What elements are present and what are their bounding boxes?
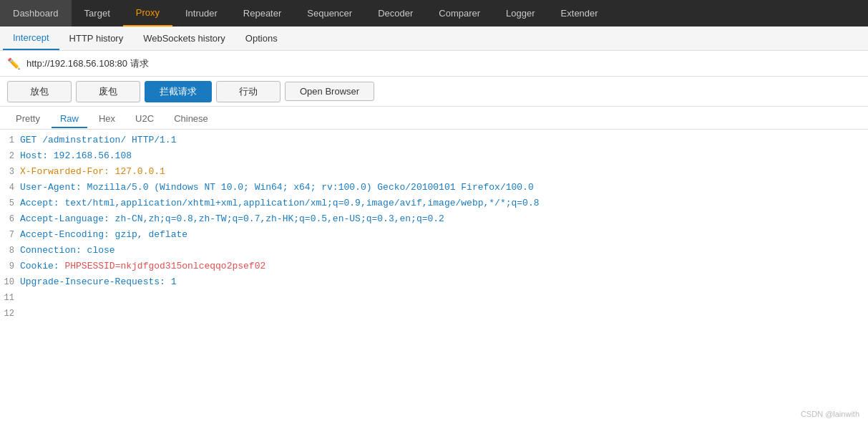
sub-navigation: Intercept HTTP history WebSockets histor… bbox=[0, 26, 868, 51]
table-row: 6Accept-Language: zh-CN,zh;q=0.8,zh-TW;q… bbox=[0, 211, 868, 227]
line-content: GET /adminstration/ HTTP/1.1 bbox=[20, 132, 868, 148]
table-row: 7Accept-Encoding: gzip, deflate bbox=[0, 227, 868, 243]
line-number: 9 bbox=[0, 259, 20, 274]
watermark: CSDN @lainwith bbox=[801, 410, 859, 418]
tab-u2c[interactable]: U2C bbox=[127, 110, 162, 128]
action-button[interactable]: 行动 bbox=[216, 81, 281, 102]
nav-intruder[interactable]: Intruder bbox=[172, 0, 230, 26]
line-number: 4 bbox=[0, 180, 20, 196]
line-number: 8 bbox=[0, 243, 20, 259]
line-number: 10 bbox=[0, 274, 20, 290]
line-content: Accept: text/html,application/xhtml+xml,… bbox=[20, 196, 868, 211]
line-content: Accept-Encoding: gzip, deflate bbox=[20, 227, 868, 243]
subnav-options[interactable]: Options bbox=[235, 26, 288, 50]
table-row: 12 bbox=[0, 306, 868, 322]
line-content: Upgrade-Insecure-Requests: 1 bbox=[20, 274, 868, 290]
line-content: User-Agent: Mozilla/5.0 (Windows NT 10.0… bbox=[20, 180, 868, 196]
open-browser-button[interactable]: Open Browser bbox=[285, 82, 374, 101]
line-number: 1 bbox=[0, 132, 20, 148]
table-row: 2Host: 192.168.56.108 bbox=[0, 148, 868, 164]
table-row: 11 bbox=[0, 290, 868, 306]
code-area: 1GET /adminstration/ HTTP/1.12Host: 192.… bbox=[0, 130, 868, 410]
tab-chinese[interactable]: Chinese bbox=[165, 110, 217, 128]
line-number: 11 bbox=[0, 290, 20, 306]
nav-logger[interactable]: Logger bbox=[493, 0, 547, 26]
line-number: 6 bbox=[0, 211, 20, 227]
table-row: 9Cookie: PHPSESSID=nkjdfgod315onlceqqo2p… bbox=[0, 259, 868, 274]
nav-extender[interactable]: Extender bbox=[548, 0, 611, 26]
forward-button[interactable]: 放包 bbox=[7, 81, 72, 102]
table-row: 3X-Forwarded-For: 127.0.0.1 bbox=[0, 164, 868, 180]
subnav-http-history[interactable]: HTTP history bbox=[59, 26, 134, 50]
line-content: Host: 192.168.56.108 bbox=[20, 148, 868, 164]
link-icon: ✏️ bbox=[7, 57, 21, 70]
nav-repeater[interactable]: Repeater bbox=[230, 0, 294, 26]
line-number: 3 bbox=[0, 164, 20, 180]
tab-hex[interactable]: Hex bbox=[90, 110, 124, 128]
line-content: Accept-Language: zh-CN,zh;q=0.8,zh-TW;q=… bbox=[20, 211, 868, 227]
table-row: 4User-Agent: Mozilla/5.0 (Windows NT 10.… bbox=[0, 180, 868, 196]
drop-button[interactable]: 废包 bbox=[76, 81, 140, 102]
url-bar: ✏️ http://192.168.56.108:80 请求 bbox=[0, 51, 868, 77]
nav-comparer[interactable]: Comparer bbox=[426, 0, 493, 26]
line-content: Connection: close bbox=[20, 243, 868, 259]
line-number: 7 bbox=[0, 227, 20, 243]
line-number: 5 bbox=[0, 196, 20, 211]
line-number: 12 bbox=[0, 306, 20, 322]
top-navigation: Dashboard Target Proxy Intruder Repeater… bbox=[0, 0, 868, 26]
nav-decoder[interactable]: Decoder bbox=[365, 0, 426, 26]
line-content: X-Forwarded-For: 127.0.0.1 bbox=[20, 164, 868, 180]
nav-target[interactable]: Target bbox=[72, 0, 123, 26]
content-view-tabs: Pretty Raw Hex U2C Chinese bbox=[0, 107, 868, 130]
toolbar: 放包 废包 拦截请求 行动 Open Browser bbox=[0, 77, 868, 107]
request-url: http://192.168.56.108:80 请求 bbox=[26, 57, 149, 70]
nav-proxy[interactable]: Proxy bbox=[123, 0, 172, 26]
table-row: 10Upgrade-Insecure-Requests: 1 bbox=[0, 274, 868, 290]
nav-dashboard[interactable]: Dashboard bbox=[0, 0, 72, 26]
line-content: Cookie: PHPSESSID=nkjdfgod315onlceqqo2ps… bbox=[20, 259, 868, 274]
table-row: 1GET /adminstration/ HTTP/1.1 bbox=[0, 132, 868, 148]
table-row: 5Accept: text/html,application/xhtml+xml… bbox=[0, 196, 868, 211]
table-row: 8Connection: close bbox=[0, 243, 868, 259]
tab-raw[interactable]: Raw bbox=[52, 110, 87, 128]
nav-sequencer[interactable]: Sequencer bbox=[294, 0, 365, 26]
subnav-intercept[interactable]: Intercept bbox=[3, 26, 59, 50]
subnav-websockets-history[interactable]: WebSockets history bbox=[133, 26, 235, 50]
intercept-button[interactable]: 拦截请求 bbox=[145, 81, 212, 102]
tab-pretty[interactable]: Pretty bbox=[7, 110, 49, 128]
line-number: 2 bbox=[0, 148, 20, 164]
